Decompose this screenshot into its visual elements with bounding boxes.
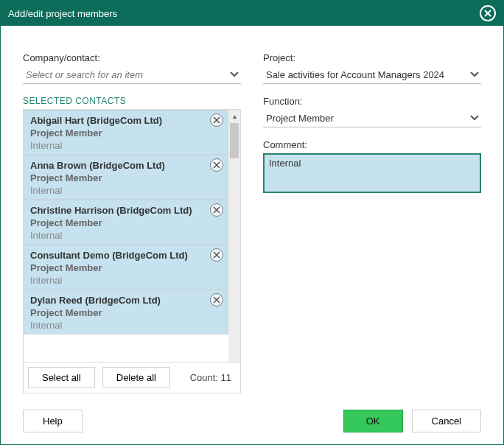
- scrollbar[interactable]: ▴: [228, 110, 240, 362]
- list-footer: Select all Delete all Count: 11: [24, 362, 240, 393]
- contact-name: Anna Brown (BridgeCom Ltd): [30, 160, 222, 171]
- contact-card[interactable]: Consultant Demo (BridgeCom Ltd) Project …: [24, 245, 228, 290]
- project-label: Project:: [263, 52, 481, 63]
- ok-button[interactable]: OK: [343, 410, 403, 432]
- comment-label: Comment:: [263, 139, 481, 150]
- dialog-footer: Help OK Cancel: [1, 402, 503, 444]
- contact-role: Project Member: [30, 127, 222, 139]
- function-value: Project Member: [263, 110, 481, 127]
- list-items: Abigail Hart (BridgeCom Ltd) Project Mem…: [24, 110, 228, 362]
- company-label: Company/contact:: [23, 52, 241, 63]
- contact-card[interactable]: Dylan Reed (BridgeCom Ltd) Project Membe…: [24, 290, 228, 334]
- content-area: Company/contact: SELECTED CONTACTS Abiga…: [1, 26, 503, 402]
- close-button[interactable]: [480, 5, 496, 21]
- contact-name: Abigail Hart (BridgeCom Ltd): [30, 115, 222, 126]
- remove-contact-button[interactable]: [210, 293, 223, 306]
- scroll-up-icon[interactable]: ▴: [228, 110, 240, 122]
- comment-input[interactable]: [263, 153, 481, 193]
- left-column: Company/contact: SELECTED CONTACTS Abiga…: [23, 52, 241, 393]
- titlebar: Add/edit project members: [1, 1, 503, 26]
- contact-note: Internal: [30, 185, 222, 196]
- dialog-window: Add/edit project members Company/contact…: [0, 0, 504, 445]
- contact-note: Internal: [30, 230, 222, 241]
- selected-contacts-header: SELECTED CONTACTS: [23, 96, 241, 106]
- contact-card[interactable]: Abigail Hart (BridgeCom Ltd) Project Mem…: [24, 110, 228, 155]
- remove-icon: [210, 158, 223, 172]
- window-title: Add/edit project members: [8, 8, 480, 19]
- contact-role: Project Member: [30, 172, 222, 183]
- count-label: Count: 11: [190, 372, 236, 383]
- remove-contact-button[interactable]: [210, 113, 223, 127]
- function-label: Function:: [263, 96, 481, 107]
- contact-card[interactable]: Anna Brown (BridgeCom Ltd) Project Membe…: [24, 155, 228, 200]
- function-select[interactable]: Project Member: [263, 110, 481, 127]
- remove-icon: [210, 113, 223, 127]
- contact-name: Dylan Reed (BridgeCom Ltd): [30, 295, 222, 306]
- company-input[interactable]: [23, 66, 241, 84]
- company-select[interactable]: [23, 66, 241, 84]
- contact-name: Christine Harrison (BridgeCom Ltd): [30, 205, 222, 216]
- list-body: Abigail Hart (BridgeCom Ltd) Project Mem…: [24, 110, 240, 362]
- contact-note: Internal: [30, 140, 222, 151]
- scroll-thumb[interactable]: [230, 123, 239, 158]
- close-icon: [480, 5, 496, 21]
- right-column: Project: Sale activities for Account Man…: [263, 52, 481, 393]
- delete-all-button[interactable]: Delete all: [102, 367, 170, 388]
- help-button[interactable]: Help: [23, 410, 83, 432]
- remove-icon: [210, 248, 223, 262]
- remove-contact-button[interactable]: [210, 158, 223, 172]
- project-value: Sale activities for Account Managers 202…: [263, 66, 481, 84]
- selected-contacts-list: Abigail Hart (BridgeCom Ltd) Project Mem…: [23, 109, 241, 393]
- contact-card[interactable]: Christine Harrison (BridgeCom Ltd) Proje…: [24, 200, 228, 245]
- contact-name: Consultant Demo (BridgeCom Ltd): [30, 250, 222, 261]
- project-select[interactable]: Sale activities for Account Managers 202…: [263, 66, 481, 84]
- contact-note: Internal: [30, 275, 222, 286]
- remove-icon: [210, 293, 223, 306]
- contact-role: Project Member: [30, 262, 222, 273]
- contact-note: Internal: [30, 320, 222, 331]
- remove-contact-button[interactable]: [210, 248, 223, 262]
- remove-contact-button[interactable]: [210, 203, 223, 217]
- remove-icon: [210, 203, 223, 217]
- contact-role: Project Member: [30, 307, 222, 318]
- select-all-button[interactable]: Select all: [28, 367, 95, 388]
- cancel-button[interactable]: Cancel: [412, 410, 481, 432]
- contact-role: Project Member: [30, 217, 222, 228]
